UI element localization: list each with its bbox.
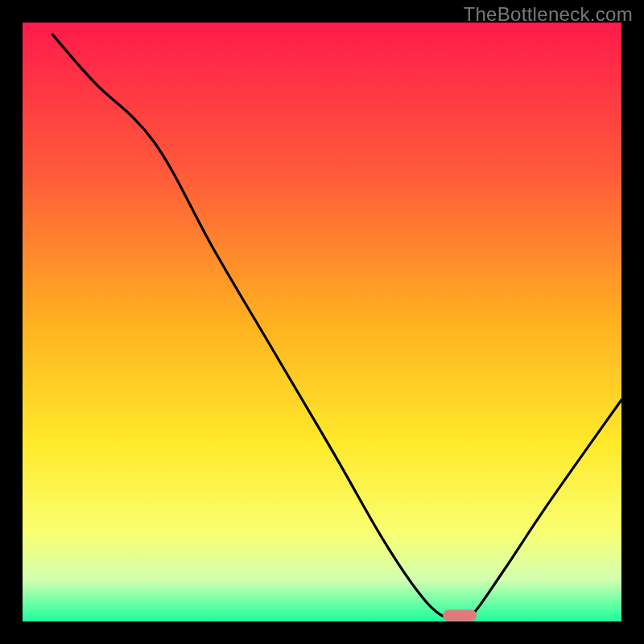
optimum-marker bbox=[443, 610, 477, 621]
chart-background bbox=[23, 23, 621, 621]
watermark-text: TheBottleneck.com bbox=[463, 3, 633, 26]
bottleneck-chart bbox=[0, 0, 644, 644]
